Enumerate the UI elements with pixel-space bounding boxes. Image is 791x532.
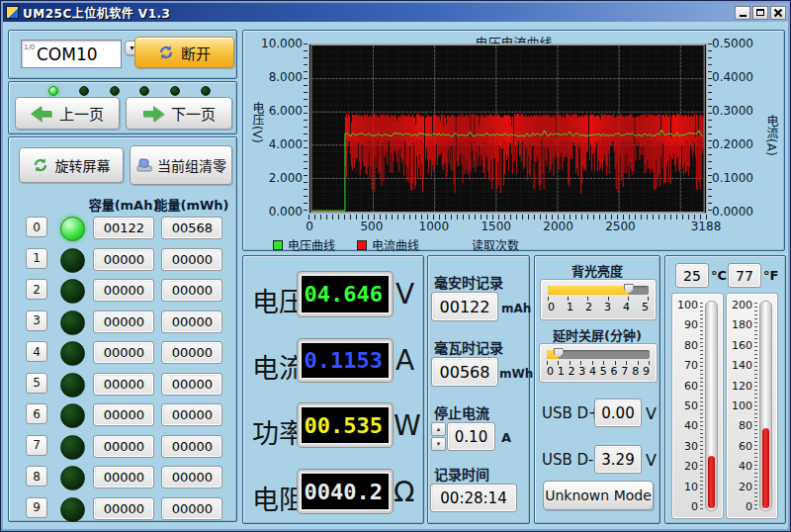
record-time-label: 记录时间 <box>434 464 489 484</box>
minimize-button[interactable] <box>735 6 750 20</box>
y-left-tick-label: 6.000 <box>255 104 303 118</box>
groups-panel: 旋转屏幕 当前组清零 容量(mAh) 能量(mWh) 0001220056810… <box>8 136 237 522</box>
charge-mode-button[interactable]: Unknown Mode <box>543 481 654 510</box>
legend-voltage[interactable]: 电压曲线 <box>273 236 335 253</box>
group-select-button[interactable]: 2 <box>26 279 47 300</box>
slider-tick-label: 9 <box>643 365 650 378</box>
thermo-scale-label: 100 <box>677 299 698 311</box>
group-energy-value: 00568 <box>161 217 222 239</box>
current-unit: A <box>396 344 414 377</box>
resistance-label: 电阻 <box>252 479 306 517</box>
page-led <box>201 86 211 96</box>
thermo-scale-label: 200 <box>732 299 752 311</box>
mah-record-value: 00122 <box>431 292 498 321</box>
com-port-select[interactable]: 1/0 COM10 <box>21 40 122 68</box>
slider-tick-label: 4 <box>589 365 596 378</box>
screen-off-slider[interactable]: 0123456789 <box>539 343 658 383</box>
celsius-scale: 1009080706050403020100 <box>672 299 698 513</box>
group-active-led <box>60 248 85 273</box>
x-tick-label: 3188 <box>691 220 722 233</box>
stepper-up-button[interactable]: ▲ <box>431 422 446 436</box>
y-left-tick-label: 10.000 <box>255 37 303 50</box>
group-energy-value: 00000 <box>161 341 222 364</box>
group-capacity-value: 00000 <box>93 373 154 396</box>
fahrenheit-value: 77 <box>728 263 761 288</box>
spinner-down-icon: ▼ <box>436 441 442 447</box>
usb-dminus-unit: V <box>646 451 657 470</box>
group-select-button[interactable]: 9 <box>26 497 47 518</box>
group-select-button[interactable]: 6 <box>26 403 47 424</box>
voltage-display: 04.646 <box>300 274 391 314</box>
close-button[interactable] <box>770 6 786 20</box>
page-led <box>170 86 180 96</box>
resistance-unit: Ω <box>394 476 414 508</box>
maximize-button[interactable] <box>752 6 768 20</box>
next-page-label: 下一页 <box>171 103 216 124</box>
screen-off-groove[interactable] <box>547 350 650 359</box>
x-axis-label: 读取次数 <box>472 236 519 253</box>
thermo-scale-label: 70 <box>684 359 698 372</box>
backlight-slider[interactable]: 012345 <box>540 279 657 320</box>
y-right-tick-label: 0.5000 <box>712 37 763 50</box>
mwh-value-text: 00568 <box>440 363 490 382</box>
voltage-legend-label: 电压曲线 <box>288 236 335 253</box>
stop-current-label: 停止电流 <box>434 402 489 422</box>
stop-current-value[interactable]: 0.10 <box>447 422 495 451</box>
group-active-led <box>60 217 85 241</box>
y-left-tick-label: 0.000 <box>255 205 303 219</box>
backlight-groove[interactable] <box>548 286 649 295</box>
group-select-button[interactable]: 1 <box>26 248 47 269</box>
maximize-icon <box>756 9 764 16</box>
group-select-button[interactable]: 7 <box>26 435 47 456</box>
chart-plot-area <box>308 44 707 214</box>
slider-tick-label: 3 <box>604 301 611 313</box>
group-select-button[interactable]: 0 <box>26 217 47 237</box>
group-row: 50000000000 <box>9 373 236 398</box>
minimize-icon <box>740 15 747 17</box>
celsius-unit: °C <box>711 268 727 283</box>
slider-tick-label: 2 <box>569 365 575 378</box>
group-row: 10000000000 <box>9 248 236 273</box>
group-rows: 0001220056810000000000200000000003000000… <box>9 137 236 521</box>
usb-dplus-text: 0.00 <box>601 404 634 422</box>
group-active-led <box>60 310 85 335</box>
slider-tick-label: 2 <box>585 301 592 313</box>
arrow-left-icon <box>31 106 52 122</box>
prev-page-button[interactable]: 上一页 <box>15 97 120 130</box>
legend-current[interactable]: 电流曲线 <box>357 236 419 253</box>
page-led <box>110 86 120 96</box>
x-tick-label: 2000 <box>543 220 573 233</box>
group-row: 00012200568 <box>9 217 236 241</box>
stepper-down-button[interactable]: ▼ <box>431 437 446 451</box>
title-bar: UM25C上位机软件 V1.3 <box>3 3 788 22</box>
next-page-button[interactable]: 下一页 <box>126 97 232 130</box>
y-right-tick-label: 0.1000 <box>712 171 763 185</box>
x-axis-labels: 050010001500200025003188 <box>308 220 707 233</box>
voltage-value: 04.646 <box>305 282 383 307</box>
group-select-button[interactable]: 4 <box>26 341 47 362</box>
fahrenheit-unit: °F <box>763 268 778 283</box>
y-left-minor-ticks <box>304 44 308 214</box>
usb-dplus-value: 0.00 <box>594 399 642 427</box>
mwh-record-label: 毫瓦时记录 <box>434 337 503 357</box>
slider-tick-label: 4 <box>623 301 630 313</box>
group-capacity-value: 00000 <box>93 341 154 364</box>
readouts-panel: 电压 04.646 V 电流 0.1153 A 功率 00.535 W 电阻 0… <box>242 255 424 524</box>
usb-dminus-text: 3.29 <box>601 451 634 469</box>
celsius-fill <box>708 456 715 508</box>
voltage-label: 电压 <box>252 281 306 319</box>
group-select-button[interactable]: 8 <box>26 466 47 487</box>
stop-current-unit: A <box>501 430 511 445</box>
thermo-scale-label: 160 <box>732 339 752 352</box>
disconnect-button[interactable]: 断开 <box>134 37 234 68</box>
group-active-led <box>60 341 85 366</box>
group-select-button[interactable]: 3 <box>26 310 47 331</box>
resistance-display: 0040.2 <box>300 472 391 511</box>
group-capacity-value: 00000 <box>93 310 154 333</box>
group-active-led <box>60 403 85 428</box>
group-select-button[interactable]: 5 <box>26 373 47 394</box>
records-panel: 毫安时记录 00122 mAh 毫瓦时记录 00568 mWh 停止电流 ▲ ▼… <box>427 255 530 524</box>
group-capacity-value: 00000 <box>93 466 154 488</box>
record-time-text: 00:28:14 <box>440 489 506 507</box>
thermo-scale-label: 0 <box>746 500 752 513</box>
